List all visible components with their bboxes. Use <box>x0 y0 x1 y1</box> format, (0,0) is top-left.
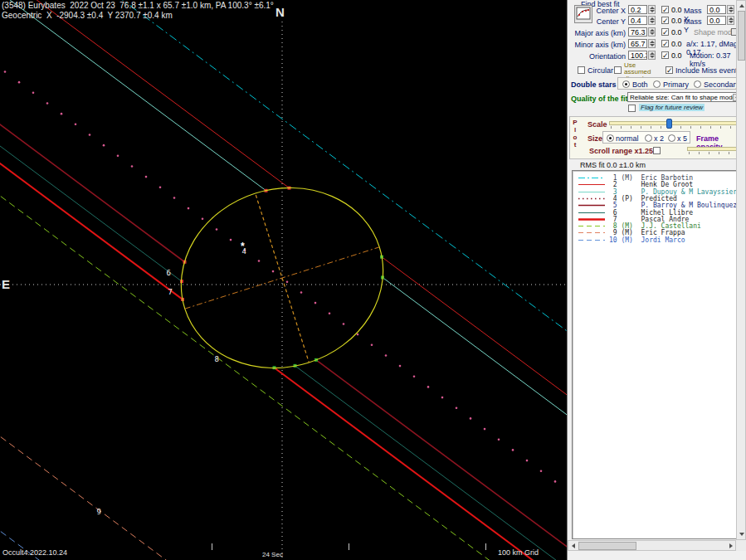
scale-slider-ticks <box>611 126 743 129</box>
svg-text:6: 6 <box>167 269 171 277</box>
legend-row-text: 10 (M) Jordi Marco <box>609 236 685 244</box>
east-direction-label: E <box>2 277 10 291</box>
double-stars-primary-label: Primary <box>663 80 689 89</box>
plot-subtitle: Geocentric X -2904.3 ±0.4 Y 2370.7 ±0.4 … <box>2 11 173 20</box>
legend-row[interactable]: 10 (M) Jordi Marco <box>573 236 736 244</box>
size-x2-label: x 2 <box>654 134 664 143</box>
center-y-fit-checkbox[interactable]: ✓ <box>661 17 669 24</box>
scroll-up-icon[interactable] <box>739 4 744 7</box>
center-x-label: Center X <box>574 7 626 15</box>
scale-slider-track[interactable] <box>609 121 744 125</box>
double-stars-primary-radio[interactable] <box>653 80 661 88</box>
mass-y-input[interactable]: 0.0 <box>707 16 726 25</box>
size-x5-label: x 5 <box>677 134 687 143</box>
major-axis-sigma: 0.0 <box>671 28 682 37</box>
vertical-scrollbar[interactable] <box>736 0 746 540</box>
scroll-range-label: Scroll range x1.25 <box>589 147 653 155</box>
center-y-label: Center Y <box>574 17 626 26</box>
svg-text:9: 9 <box>97 508 101 516</box>
time-scale-label: 24 Sec <box>262 551 283 558</box>
legend-line-sample <box>578 236 606 244</box>
center-x-input[interactable]: 0.2 <box>628 5 647 14</box>
fit-control-panel: Find best fit Center X 0.2 ✓ 0.0 Mass X … <box>567 0 746 560</box>
include-miss-events-label: Include Miss events <box>675 66 741 75</box>
scroll-range-checkbox[interactable] <box>653 147 661 154</box>
minor-axis-fit-checkbox[interactable]: ✓ <box>661 40 669 47</box>
scale-slider-thumb[interactable] <box>666 119 672 129</box>
orientation-fit-checkbox[interactable]: ✓ <box>661 51 669 59</box>
orientation-sigma: 0.0 <box>671 51 682 60</box>
scroll-down-icon[interactable] <box>739 533 744 536</box>
mass-y-spinner[interactable] <box>727 16 734 25</box>
double-stars-both-radio[interactable] <box>622 80 630 88</box>
major-axis-spinner[interactable] <box>648 27 656 37</box>
scale-label: Scale <box>588 120 607 129</box>
center-x-fit-checkbox[interactable]: ✓ <box>661 6 669 13</box>
rms-fit-label: RMS fit 0.0 ±1.0 km <box>580 161 646 169</box>
circular-label: Circular <box>588 66 613 75</box>
quality-dropdown-value: Reliable size: Can fit to shape models <box>630 94 741 101</box>
minor-axis-spinner[interactable] <box>648 39 656 48</box>
size-x2-radio[interactable] <box>645 134 652 142</box>
size-normal-radio[interactable] <box>607 134 614 142</box>
scrollbar-corner <box>736 540 746 551</box>
size-x5-radio[interactable] <box>668 134 675 142</box>
double-stars-secondary-label: Secondary <box>704 80 739 89</box>
quality-dropdown[interactable]: Reliable size: Can fit to shape models <box>627 92 743 102</box>
software-version-label: Occult4.2022.10.24 <box>2 548 67 557</box>
plot-vertical-label: Plot <box>572 119 578 149</box>
svg-text:7: 7 <box>168 288 173 296</box>
chords-plot-canvas: 46789* <box>0 0 567 560</box>
center-y-spinner[interactable] <box>648 16 656 25</box>
grid-scale-label: 100 km Grid <box>498 548 539 557</box>
minor-axis-sigma: 0.0 <box>671 40 682 48</box>
flag-future-review-label: Flag for future review <box>639 104 705 111</box>
minor-axis-input[interactable]: 65.7 <box>628 39 647 48</box>
plot-title: (3548) Eurybates 2022 Oct 23 76.8 ±1.1 x… <box>2 1 274 10</box>
vertical-scrollbar-thumb[interactable] <box>738 11 745 61</box>
center-y-sigma: 0.0 <box>671 17 682 25</box>
occultation-plot[interactable]: 46789* (3548) Eurybates 2022 Oct 23 76.8… <box>0 0 567 560</box>
center-x-spinner[interactable] <box>648 5 656 14</box>
svg-text:8: 8 <box>215 355 219 363</box>
center-x-sigma: 0.0 <box>671 6 682 14</box>
scale-slider[interactable] <box>609 119 744 129</box>
double-stars-both-label: Both <box>632 80 648 89</box>
svg-text:*: * <box>241 241 245 252</box>
mass-x-spinner[interactable] <box>727 5 734 14</box>
center-y-input[interactable]: 0.4 <box>628 16 647 25</box>
size-normal-label: normal <box>616 134 639 143</box>
scroll-left-icon[interactable] <box>572 543 575 548</box>
minor-axis-label: Minor axis (km) <box>571 41 626 49</box>
major-axis-fit-checkbox[interactable]: ✓ <box>661 28 669 36</box>
circular-checkbox[interactable] <box>578 66 585 74</box>
mass-x-input[interactable]: 0.0 <box>707 5 726 14</box>
size-label: Size <box>588 134 602 143</box>
scroll-right-icon[interactable] <box>729 543 733 548</box>
use-assumed-diameter-checkbox[interactable] <box>614 66 622 74</box>
orientation-input[interactable]: 100.3 <box>628 51 647 60</box>
horizontal-scrollbar[interactable] <box>568 540 736 551</box>
include-miss-events-checkbox[interactable]: ✓ <box>666 66 673 74</box>
horizontal-scrollbar-thumb[interactable] <box>578 542 636 550</box>
observer-legend-list[interactable]: 1 (M) Eric Barbotin 2 Henk De Groot 3 P.… <box>572 170 737 539</box>
major-axis-input[interactable]: 76.3 <box>628 27 647 37</box>
major-axis-label: Major axis (km) <box>571 29 626 37</box>
orientation-label: Orientation <box>571 52 626 61</box>
occult-fit-window: 46789* (3548) Eurybates 2022 Oct 23 76.8… <box>0 0 746 560</box>
quality-of-fit-label: Quality of the fit <box>571 95 628 103</box>
north-direction-label: N <box>275 5 285 19</box>
orientation-spinner[interactable] <box>648 51 656 60</box>
flag-future-review-checkbox[interactable] <box>628 105 636 112</box>
double-stars-secondary-radio[interactable] <box>694 80 701 88</box>
